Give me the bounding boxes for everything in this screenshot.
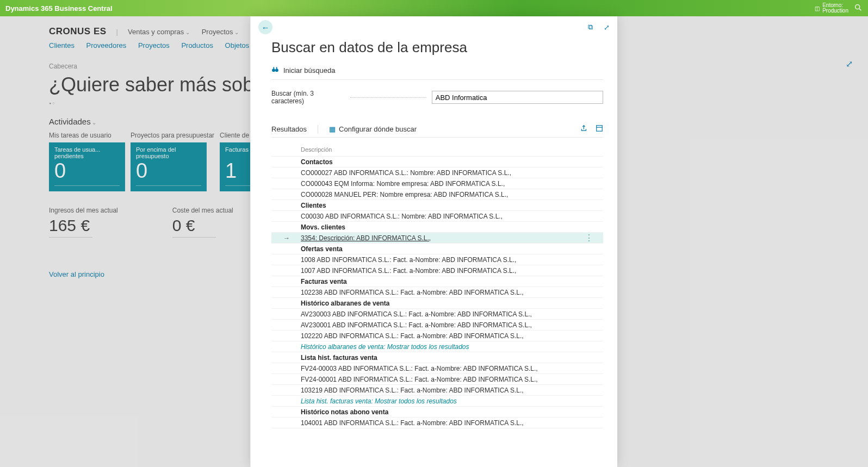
svg-point-0 [855,5,860,9]
app-title: Dynamics 365 Business Central [5,4,815,13]
svg-line-1 [859,9,861,10]
env-indicator[interactable]: ◫ Entorno: Production [815,3,848,14]
search-icon[interactable] [854,3,863,13]
env-icon: ◫ [815,5,820,11]
topbar: Dynamics 365 Business Central ◫ Entorno:… [0,0,868,16]
